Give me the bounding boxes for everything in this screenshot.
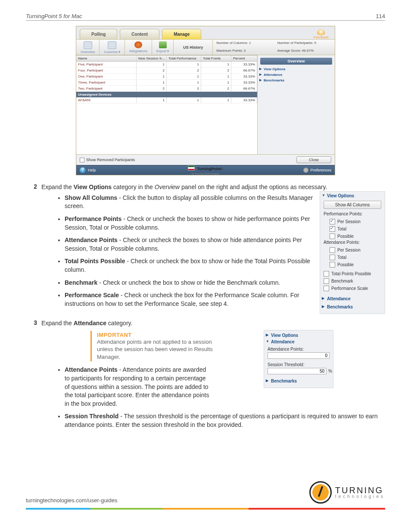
footer-url: turningtechnologies.com/user-guides bbox=[26, 497, 117, 504]
footer-stripe bbox=[26, 508, 385, 510]
page-header: TurningPoint 5 for Mac 114 bbox=[26, 13, 385, 21]
list-item: Show All Columns - Click the button to d… bbox=[65, 194, 332, 211]
side-view-options[interactable]: View Options bbox=[258, 66, 335, 72]
checkbox-icon bbox=[330, 219, 335, 224]
logo-text-main: TURNING bbox=[335, 486, 385, 495]
chk-perf-scale[interactable]: Performance Scale bbox=[324, 285, 381, 292]
speech-bubble-icon bbox=[317, 29, 325, 35]
stat-max-points: Maximum Points: 3 bbox=[213, 47, 274, 55]
vo-benchmarks-disclosure[interactable]: Benchmarks bbox=[320, 303, 385, 311]
att-attendance-disclosure[interactable]: Attendance bbox=[264, 339, 333, 345]
important-text: Attendance points are not applied to a s… bbox=[97, 338, 226, 361]
list-item: Total Points Possible - Check or uncheck… bbox=[65, 257, 332, 274]
brand-logo: TurningPoint® by Turning Technologies bbox=[188, 165, 223, 175]
grid-header: Name New Session 9-... Total Performance… bbox=[76, 55, 257, 62]
tool-integrations[interactable]: Integrations bbox=[125, 40, 152, 55]
logo-mark-icon bbox=[309, 481, 332, 504]
show-all-columns-button[interactable]: Show All Columns bbox=[324, 201, 381, 209]
chk-total[interactable]: Total bbox=[330, 225, 385, 233]
side-benchmarks[interactable]: Benchmarks bbox=[258, 78, 335, 83]
globe-icon bbox=[134, 41, 142, 48]
show-removed-label: Show Removed Participants bbox=[86, 158, 135, 162]
att-points-label: Attendance Points: bbox=[320, 240, 385, 246]
important-callout: IMPORTANT Attendance points are not appl… bbox=[90, 331, 226, 362]
flag-icon bbox=[188, 165, 195, 171]
checkbox-icon bbox=[330, 247, 335, 253]
attendance-panel: View Options Attendance Attendance Point… bbox=[264, 330, 333, 388]
feedback-label: Feedback bbox=[314, 35, 329, 39]
tab-polling[interactable]: Polling bbox=[80, 29, 117, 39]
close-button[interactable]: Close bbox=[296, 156, 331, 163]
company-logo: TURNING technologies bbox=[309, 481, 385, 504]
list-item: Attendance Points - Check or uncheck the… bbox=[65, 236, 332, 253]
show-removed-checkbox[interactable] bbox=[80, 158, 84, 162]
chk-tpp[interactable]: Total Points Possible bbox=[324, 270, 381, 277]
att-points-label: Attendance Points: bbox=[264, 345, 333, 352]
attendance-points-input[interactable] bbox=[268, 352, 330, 359]
tab-content[interactable]: Content bbox=[120, 29, 159, 39]
chk-benchmark[interactable]: Benchmark bbox=[324, 277, 381, 285]
checkbox-icon bbox=[330, 226, 335, 232]
list-item: Performance Scale - Check or uncheck the… bbox=[65, 291, 332, 308]
checkbox-icon bbox=[324, 278, 329, 284]
tool-export[interactable]: Export ▾ bbox=[152, 40, 174, 55]
help-link[interactable]: Help bbox=[88, 168, 96, 172]
vo-disclosure[interactable]: View Options bbox=[320, 192, 385, 200]
stat-columns: Number of Columns: 1 bbox=[213, 40, 274, 47]
perf-points-label: Performance Points: bbox=[320, 212, 385, 218]
overview-icon bbox=[84, 41, 92, 49]
page-number: 114 bbox=[376, 13, 385, 19]
overview-header: Overview bbox=[260, 58, 332, 65]
help-icon: ? bbox=[80, 167, 86, 173]
list-item: Benchmark - Check or uncheck the box to … bbox=[65, 279, 332, 287]
stat-participants: Number of Participants: 5 bbox=[274, 40, 335, 47]
checkbox-icon bbox=[330, 255, 335, 260]
preferences-link[interactable]: Preferences bbox=[310, 168, 331, 172]
step2-list: Show All Columns - Click the button to d… bbox=[65, 194, 332, 308]
tool-overview[interactable]: Overview bbox=[76, 40, 100, 55]
checkbox-icon bbox=[330, 233, 335, 239]
session-threshold-input[interactable] bbox=[268, 368, 327, 374]
chk-att-possible[interactable]: Possible bbox=[330, 261, 385, 268]
important-title: IMPORTANT bbox=[97, 332, 226, 338]
table-row[interactable]: AF8A59 1 1 1 33.33% bbox=[76, 97, 257, 103]
table-row[interactable]: Three, Participant 1 1 1 33.33% bbox=[76, 80, 257, 86]
checkbox-icon bbox=[324, 286, 329, 291]
percent-label: % bbox=[328, 369, 332, 373]
chk-possible[interactable]: Possible bbox=[330, 233, 385, 240]
session-stats: Number of Columns: 1 Number of Participa… bbox=[213, 40, 335, 55]
columns-icon bbox=[108, 41, 116, 49]
doc-title: TurningPoint 5 for Mac bbox=[26, 13, 82, 19]
chk-per-session[interactable]: Per Session bbox=[330, 218, 385, 225]
chk-att-per-session[interactable]: Per Session bbox=[330, 246, 385, 254]
app-screenshot: Polling Content Manage Feedback Overview… bbox=[76, 26, 335, 175]
tab-manage[interactable]: Manage bbox=[162, 29, 201, 39]
step3-list: Attendance Points - Attendance points ar… bbox=[65, 366, 385, 429]
side-attendance[interactable]: Attendance bbox=[258, 72, 335, 78]
list-item: Session Threshold - The session threshol… bbox=[65, 412, 385, 429]
table-row[interactable]: Five, Participant 1 1 1 33.33% bbox=[76, 62, 257, 68]
stat-avg-score: Average Score: 46.67% bbox=[274, 47, 335, 55]
session-threshold-label: Session Threshold: bbox=[264, 361, 333, 368]
chk-att-total[interactable]: Total bbox=[330, 254, 385, 261]
table-row[interactable]: Four, Participant 2 2 2 66.67% bbox=[76, 68, 257, 74]
gear-icon bbox=[303, 168, 308, 173]
checkbox-icon bbox=[324, 271, 329, 277]
checkbox-icon bbox=[330, 262, 335, 268]
list-item: Attendance Points - Attendance points ar… bbox=[65, 366, 211, 408]
list-item: Performance Points - Check or uncheck th… bbox=[65, 215, 332, 232]
table-row[interactable]: One, Participant 1 1 1 33.33% bbox=[76, 74, 257, 80]
vo-attendance-disclosure[interactable]: Attendance bbox=[320, 295, 385, 303]
att-benchmarks-disclosure[interactable]: Benchmarks bbox=[264, 378, 333, 384]
session-title: US History bbox=[174, 40, 213, 55]
step-number: 3 bbox=[26, 319, 41, 327]
feedback-button[interactable]: Feedback bbox=[314, 29, 331, 39]
logo-text-sub: technologies bbox=[335, 495, 385, 499]
step-3: 3 Expand the Attendance category. bbox=[26, 319, 385, 327]
step-number: 2 bbox=[26, 183, 41, 191]
page-footer: turningtechnologies.com/user-guides TURN… bbox=[26, 481, 385, 504]
att-view-options-disclosure[interactable]: View Options bbox=[264, 332, 333, 339]
export-icon bbox=[159, 41, 167, 48]
tool-columns[interactable]: Columns ▾ bbox=[100, 40, 125, 55]
table-row[interactable]: Two, Participant 2 2 2 66.67% bbox=[76, 86, 257, 92]
